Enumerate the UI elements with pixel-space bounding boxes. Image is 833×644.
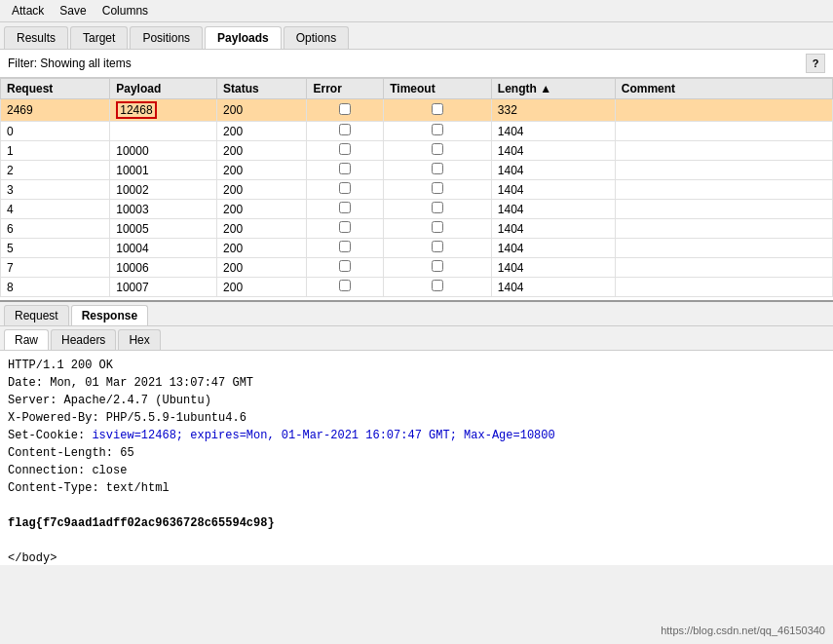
cell-status: 200 (217, 258, 307, 278)
cell-error[interactable] (307, 122, 384, 141)
results-table-container: Request Payload Status Error Timeout Len… (0, 78, 833, 302)
cell-error[interactable] (307, 161, 384, 180)
cell-payload: 10000 (110, 141, 217, 161)
table-row[interactable]: 6100052001404 (1, 219, 833, 239)
subtab-hex[interactable]: Hex (118, 329, 160, 350)
panel-tab-bar: Request Response (0, 302, 833, 326)
menu-save[interactable]: Save (52, 2, 94, 19)
cell-comment (615, 239, 832, 258)
cell-request: 0 (1, 122, 110, 141)
tab-options[interactable]: Options (284, 26, 349, 49)
response-line: Date: Mon, 01 Mar 2021 13:07:47 GMT (8, 374, 825, 392)
cell-length: 1404 (491, 239, 615, 258)
tab-request[interactable]: Request (4, 305, 69, 325)
response-line (8, 497, 825, 514)
cell-timeout[interactable] (384, 141, 492, 161)
cell-length: 1404 (491, 258, 615, 278)
cell-payload: 10003 (110, 200, 217, 219)
cell-length: 332 (491, 99, 615, 122)
cell-error[interactable] (307, 278, 384, 297)
cell-request: 2469 (1, 99, 110, 122)
cell-timeout[interactable] (384, 258, 492, 278)
table-row[interactable]: 1100002001404 (1, 141, 833, 161)
cell-payload (110, 122, 217, 141)
cell-timeout[interactable] (384, 278, 492, 297)
col-length[interactable]: Length ▲ (491, 79, 615, 99)
cell-comment (615, 258, 832, 278)
help-button[interactable]: ? (806, 54, 825, 73)
col-error[interactable]: Error (307, 79, 384, 99)
table-row[interactable]: 7100062001404 (1, 258, 833, 278)
subtab-raw[interactable]: Raw (4, 329, 49, 350)
response-line: Content-Length: 65 (8, 444, 825, 462)
main-tab-bar: Results Target Positions Payloads Option… (0, 22, 833, 50)
cell-status: 200 (217, 239, 307, 258)
cell-payload: 10004 (110, 239, 217, 258)
cell-comment (615, 200, 832, 219)
cell-error[interactable] (307, 200, 384, 219)
tab-target[interactable]: Target (70, 26, 128, 49)
table-row[interactable]: 8100072001404 (1, 278, 833, 297)
menu-bar: Attack Save Columns (0, 0, 833, 22)
cell-length: 1404 (491, 161, 615, 180)
cell-request: 6 (1, 219, 110, 239)
cell-request: 4 (1, 200, 110, 219)
results-table: Request Payload Status Error Timeout Len… (0, 78, 833, 297)
table-row[interactable]: 5100042001404 (1, 239, 833, 258)
cell-timeout[interactable] (384, 122, 492, 141)
tab-response[interactable]: Response (71, 305, 148, 325)
cell-error[interactable] (307, 258, 384, 278)
cell-comment (615, 180, 832, 200)
col-payload[interactable]: Payload (110, 79, 217, 99)
cell-error[interactable] (307, 141, 384, 161)
response-content[interactable]: HTTP/1.1 200 OKDate: Mon, 01 Mar 2021 13… (0, 351, 833, 565)
cell-timeout[interactable] (384, 219, 492, 239)
cell-timeout[interactable] (384, 180, 492, 200)
cell-timeout[interactable] (384, 239, 492, 258)
cell-length: 1404 (491, 278, 615, 297)
response-line: Content-Type: text/html (8, 479, 825, 497)
cell-payload: 12468 (110, 99, 217, 122)
response-line (8, 532, 825, 549)
bottom-panel: Request Response Raw Headers Hex HTTP/1.… (0, 302, 833, 644)
cell-payload: 10006 (110, 258, 217, 278)
cell-request: 8 (1, 278, 110, 297)
cell-timeout[interactable] (384, 200, 492, 219)
subtab-headers[interactable]: Headers (51, 329, 116, 350)
menu-attack[interactable]: Attack (4, 2, 52, 19)
cell-error[interactable] (307, 99, 384, 122)
cell-error[interactable] (307, 219, 384, 239)
cell-comment (615, 161, 832, 180)
col-comment[interactable]: Comment (615, 79, 832, 99)
cell-comment (615, 141, 832, 161)
cell-status: 200 (217, 200, 307, 219)
table-row[interactable]: 02001404 (1, 122, 833, 141)
table-row[interactable]: 246912468200332 (1, 99, 833, 122)
cell-request: 2 (1, 161, 110, 180)
watermark: https://blog.csdn.net/qq_46150340 (661, 625, 825, 636)
col-request[interactable]: Request (1, 79, 110, 99)
tab-results[interactable]: Results (4, 26, 68, 49)
cell-timeout[interactable] (384, 99, 492, 122)
table-row[interactable]: 3100022001404 (1, 180, 833, 200)
table-header-row: Request Payload Status Error Timeout Len… (1, 79, 833, 99)
col-timeout[interactable]: Timeout (384, 79, 492, 99)
cell-comment (615, 278, 832, 297)
cell-timeout[interactable] (384, 161, 492, 180)
cell-error[interactable] (307, 180, 384, 200)
cell-length: 1404 (491, 219, 615, 239)
menu-columns[interactable]: Columns (95, 2, 156, 19)
response-line: HTTP/1.1 200 OK (8, 357, 825, 374)
col-status[interactable]: Status (217, 79, 307, 99)
cell-request: 3 (1, 180, 110, 200)
response-line: Connection: close (8, 462, 825, 479)
tab-payloads[interactable]: Payloads (205, 26, 282, 49)
app-container: Attack Save Columns Results Target Posit… (0, 0, 833, 644)
cell-request: 7 (1, 258, 110, 278)
response-line: X-Powered-By: PHP/5.5.9-1ubuntu4.6 (8, 409, 825, 427)
tab-positions[interactable]: Positions (130, 26, 203, 49)
cell-comment (615, 99, 832, 122)
table-row[interactable]: 4100032001404 (1, 200, 833, 219)
table-row[interactable]: 2100012001404 (1, 161, 833, 180)
cell-error[interactable] (307, 239, 384, 258)
